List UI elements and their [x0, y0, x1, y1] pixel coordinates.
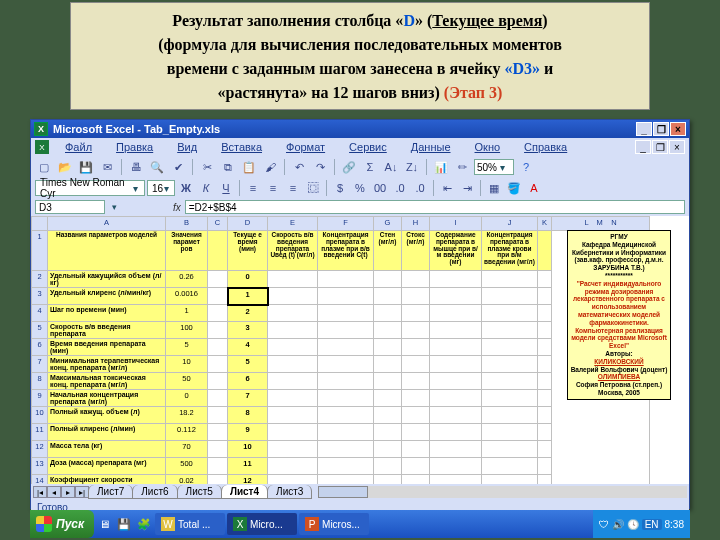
- redo-icon[interactable]: ↷: [311, 158, 329, 176]
- percent-icon[interactable]: %: [351, 179, 369, 197]
- row-header-10[interactable]: 10: [32, 407, 48, 424]
- cell-H2[interactable]: [402, 271, 430, 288]
- cell-A11[interactable]: Полный клиренс (л/мин): [48, 424, 166, 441]
- cell-G10[interactable]: [374, 407, 402, 424]
- sum-icon[interactable]: Σ: [361, 158, 379, 176]
- cell-H13[interactable]: [402, 458, 430, 475]
- cell-G8[interactable]: [374, 373, 402, 390]
- cell-G13[interactable]: [374, 458, 402, 475]
- row-header-6[interactable]: 6: [32, 339, 48, 356]
- cell-J8[interactable]: [482, 373, 538, 390]
- cell-A3[interactable]: Удельный клиренс (л/мин/кг): [48, 288, 166, 305]
- cell-B12[interactable]: 70: [166, 441, 208, 458]
- cell-F2[interactable]: [318, 271, 374, 288]
- cell-J4[interactable]: [482, 305, 538, 322]
- cell-H8[interactable]: [402, 373, 430, 390]
- cell-F10[interactable]: [318, 407, 374, 424]
- menu-help[interactable]: Справка: [518, 141, 573, 153]
- cell-A12[interactable]: Масса тела (кг): [48, 441, 166, 458]
- col-header-K[interactable]: K: [538, 217, 552, 231]
- dec-decimal-icon[interactable]: .0: [411, 179, 429, 197]
- row-header-3[interactable]: 3: [32, 288, 48, 305]
- cell-H14[interactable]: [402, 475, 430, 485]
- align-left-icon[interactable]: ≡: [244, 179, 262, 197]
- cell-J14[interactable]: [482, 475, 538, 485]
- drawing-icon[interactable]: ✏: [453, 158, 471, 176]
- row-header-12[interactable]: 12: [32, 441, 48, 458]
- cell-K13[interactable]: [538, 458, 552, 475]
- cell-J7[interactable]: [482, 356, 538, 373]
- cell-A7[interactable]: Минимальная терапевтическая конц. препар…: [48, 356, 166, 373]
- underline-icon[interactable]: Ч: [217, 179, 235, 197]
- col-header-I[interactable]: I: [430, 217, 482, 231]
- cell-J5[interactable]: [482, 322, 538, 339]
- mail-icon[interactable]: ✉: [98, 158, 116, 176]
- minimize-button[interactable]: _: [636, 122, 652, 136]
- font-name-box[interactable]: Times New Roman Cyr▾: [35, 180, 145, 196]
- taskbar-item[interactable]: WTotal ...: [155, 513, 225, 535]
- cell-H9[interactable]: [402, 390, 430, 407]
- cell-F9[interactable]: [318, 390, 374, 407]
- cell-I10[interactable]: [430, 407, 482, 424]
- cell-C2[interactable]: [208, 271, 228, 288]
- sheet-tab-Лист3[interactable]: Лист3: [267, 485, 312, 499]
- tray-icon[interactable]: 🛡: [599, 519, 609, 530]
- cell-I9[interactable]: [430, 390, 482, 407]
- cell-G6[interactable]: [374, 339, 402, 356]
- row-header-14[interactable]: 14: [32, 475, 48, 485]
- row-header-1[interactable]: 1: [32, 231, 48, 271]
- cell-H10[interactable]: [402, 407, 430, 424]
- menu-view[interactable]: Вид: [171, 141, 203, 153]
- cell-E2[interactable]: [268, 271, 318, 288]
- cell-I6[interactable]: [430, 339, 482, 356]
- menu-tools[interactable]: Сервис: [343, 141, 393, 153]
- spell-icon[interactable]: ✔: [169, 158, 187, 176]
- cell-E11[interactable]: [268, 424, 318, 441]
- cell-I7[interactable]: [430, 356, 482, 373]
- formatpainter-icon[interactable]: 🖌: [261, 158, 279, 176]
- cell-K3[interactable]: [538, 288, 552, 305]
- cell-B5[interactable]: 100: [166, 322, 208, 339]
- doc-close-button[interactable]: ×: [669, 140, 685, 154]
- open-icon[interactable]: 📂: [56, 158, 74, 176]
- print-icon[interactable]: 🖶: [127, 158, 145, 176]
- cell-I2[interactable]: [430, 271, 482, 288]
- menu-insert[interactable]: Вставка: [215, 141, 268, 153]
- cell-G2[interactable]: [374, 271, 402, 288]
- cell-F4[interactable]: [318, 305, 374, 322]
- cell-D2[interactable]: 0: [228, 271, 268, 288]
- taskbar-item[interactable]: PMicros...: [299, 513, 369, 535]
- menu-format[interactable]: Формат: [280, 141, 331, 153]
- cell-C6[interactable]: [208, 339, 228, 356]
- cell-D4[interactable]: 2: [228, 305, 268, 322]
- cell-C7[interactable]: [208, 356, 228, 373]
- row-header-5[interactable]: 5: [32, 322, 48, 339]
- cell-K11[interactable]: [538, 424, 552, 441]
- cell-B14[interactable]: 0.02: [166, 475, 208, 485]
- cell-B6[interactable]: 5: [166, 339, 208, 356]
- cell-I3[interactable]: [430, 288, 482, 305]
- cell-C10[interactable]: [208, 407, 228, 424]
- undo-icon[interactable]: ↶: [290, 158, 308, 176]
- cell-H7[interactable]: [402, 356, 430, 373]
- cell-F14[interactable]: [318, 475, 374, 485]
- tab-nav-next[interactable]: ▸: [61, 486, 75, 498]
- tray-icon[interactable]: 🔊: [612, 519, 624, 530]
- link-icon[interactable]: 🔗: [340, 158, 358, 176]
- cell-J11[interactable]: [482, 424, 538, 441]
- cell-H11[interactable]: [402, 424, 430, 441]
- cell-D11[interactable]: 9: [228, 424, 268, 441]
- help-icon[interactable]: ?: [517, 158, 535, 176]
- cell-F7[interactable]: [318, 356, 374, 373]
- cell-D3[interactable]: 1: [228, 288, 268, 305]
- dec-indent-icon[interactable]: ⇤: [438, 179, 456, 197]
- spreadsheet-grid[interactable]: ABCDEFGHIJKL M N1Названия параметров мод…: [31, 216, 689, 484]
- cell-G4[interactable]: [374, 305, 402, 322]
- cell-A8[interactable]: Максимальная токсическая конц. препарата…: [48, 373, 166, 390]
- col-header-B[interactable]: B: [166, 217, 208, 231]
- sheet-tab-Лист6[interactable]: Лист6: [132, 485, 177, 499]
- paste-icon[interactable]: 📋: [240, 158, 258, 176]
- cell-G14[interactable]: [374, 475, 402, 485]
- cell-G3[interactable]: [374, 288, 402, 305]
- cell-B10[interactable]: 18.2: [166, 407, 208, 424]
